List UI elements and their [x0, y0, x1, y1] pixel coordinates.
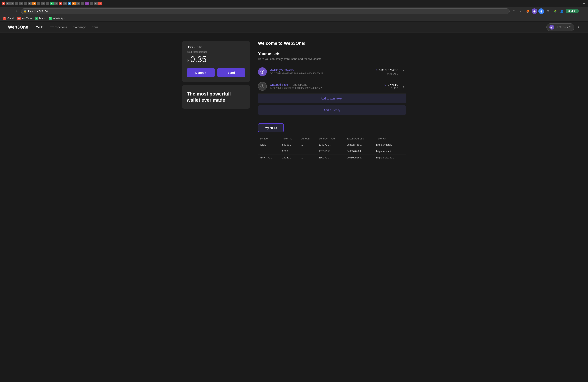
nft-token-address-0: 0xbe274599... [345, 142, 375, 148]
balance-value: 0.35 [190, 55, 207, 64]
tab-favicon-10[interactable]: ○ [41, 2, 45, 5]
nft-amount-1: 1 [300, 148, 318, 154]
bookmark-youtube-label: YouTube [21, 17, 32, 20]
balance-amount: $ 0.35 [187, 55, 245, 64]
my-nfts-tab[interactable]: My NFTs [258, 123, 284, 132]
tab-favicon-4[interactable]: ○ [15, 2, 18, 5]
matic-sync-icon[interactable]: ↻ [375, 69, 378, 72]
matic-balance-crypto: ↻ 0.39678 MATIC [375, 69, 399, 72]
extension-puzzle-icon[interactable]: 🧩 [552, 8, 558, 14]
tab-favicon-5[interactable]: ○ [19, 2, 23, 5]
nft-amount-2: 1 [300, 154, 318, 161]
tab-favicon-17[interactable]: ● [72, 2, 76, 5]
nft-token-uri-0: https://nftstor... [375, 142, 406, 148]
tab-favicon-14[interactable]: ● [59, 2, 63, 5]
nft-token-id-1: 2698... [281, 148, 300, 154]
tab-favicon-13[interactable]: ○ [54, 2, 58, 5]
bookmark-icon[interactable]: ☆ [518, 8, 524, 14]
matic-address: 0x7f27f070e8c67698fc808404ee6b926440876c… [270, 72, 375, 75]
nav-exchange[interactable]: Exchange [73, 25, 86, 29]
tab-favicon-15[interactable]: ○ [63, 2, 67, 5]
tab-favicon-8[interactable]: ● [32, 2, 36, 5]
usd-button[interactable]: USD [187, 46, 193, 49]
wbtc-token-type: ERC20MATIC [293, 83, 307, 86]
wbtc-balance: ↻ 0 WBTC 0 USD [384, 83, 399, 90]
tab-favicon-12[interactable]: ● [50, 2, 54, 5]
tab-favicon-11[interactable]: ○ [46, 2, 49, 5]
nft-section: My NFTs Symbol Token-Id Amount contract-… [258, 123, 406, 161]
nav-transactions[interactable]: Transactions [50, 25, 67, 29]
extension-blue-icon[interactable]: ◉ [538, 8, 544, 14]
address-bar[interactable]: 🔒 [21, 8, 510, 14]
asset-row-matic: MATIC (MetaMask) 0x7f27f070e8c67698fc808… [258, 65, 406, 79]
address-input[interactable] [28, 10, 507, 13]
tab-favicon-22[interactable]: ○ [94, 2, 98, 5]
wbtc-menu-icon[interactable]: ⋮ [401, 83, 406, 89]
extension-shield-icon[interactable]: 🛡 [545, 8, 551, 14]
add-currency-button[interactable]: Add currency [258, 105, 406, 115]
app-logo: Web3One [8, 25, 28, 30]
wbtc-address: 0x7f27f070e8c67698fc808404ee6b926440876c… [270, 87, 384, 90]
theme-toggle-icon[interactable]: ☀ [577, 25, 580, 29]
matic-name[interactable]: MATIC (MetaMask) [270, 69, 375, 72]
wallet-address-button[interactable]: 0x7f27···6c28 [546, 23, 574, 31]
tab-favicon-19[interactable]: ○ [81, 2, 84, 5]
matic-menu-icon[interactable]: ⋮ [401, 69, 406, 75]
tab-favicon-3[interactable]: ○ [10, 2, 14, 5]
tab-favicon-6[interactable]: ○ [24, 2, 27, 5]
app-nav: Web3One Wallet Transactions Exchange Ear… [0, 21, 588, 33]
tab-favicon-1[interactable]: ● [1, 2, 5, 5]
profile-icon[interactable]: 👤 [559, 8, 564, 14]
btc-button[interactable]: BTC [197, 46, 202, 49]
tab-favicon-20[interactable]: ● [85, 2, 89, 5]
main-content: USD / BTC Your total balance $ 0.35 Depo… [174, 33, 414, 169]
reload-button[interactable]: ↻ [15, 8, 20, 14]
forward-button[interactable]: → [9, 9, 14, 14]
new-tab-button[interactable]: + [581, 1, 587, 6]
tab-favicon-2[interactable]: ○ [6, 2, 10, 5]
tab-favicon-16[interactable]: ● [68, 2, 71, 5]
assets-subtitle: Here you can safely store, send and rece… [258, 57, 406, 60]
tab-favicon-21[interactable]: ○ [90, 2, 93, 5]
share-icon[interactable]: ⬆ [511, 8, 517, 14]
wbtc-balance-usd: 0 USD [384, 87, 399, 90]
nft-contract-type-0: ERC721... [317, 142, 345, 148]
nav-earn[interactable]: Earn [92, 25, 98, 29]
dollar-sign: $ [187, 58, 189, 63]
tab-bar: ● ○ ○ ○ ○ ○ ○ ● ○ ○ ○ ● ○ ● ○ ● ● ○ ○ ● … [0, 0, 588, 7]
tab-favicon-9[interactable]: ○ [37, 2, 41, 5]
bookmark-gmail[interactable]: G Gmail [3, 17, 14, 20]
wbtc-balance-crypto: ↻ 0 WBTC [384, 83, 399, 86]
tab-favicon-7[interactable]: ○ [28, 2, 32, 5]
lock-icon: 🔒 [24, 10, 27, 13]
nft-table-row: MNFT-721 24242... 1 ERC721... 0x03e05569… [258, 154, 406, 161]
tab-favicon-18[interactable]: ○ [76, 2, 80, 5]
update-button[interactable]: Update [566, 9, 579, 13]
nav-wallet[interactable]: Wallet [36, 25, 44, 29]
assets-title: Your assets [258, 52, 406, 56]
bookmark-whatsapp[interactable]: W WhatsApp [49, 17, 65, 20]
nft-token-address-1: 0x60576a64... [345, 148, 375, 154]
nft-token-id-2: 24242... [281, 154, 300, 161]
bookmark-maps[interactable]: M Maps [35, 17, 46, 20]
extension-fox-icon[interactable]: 🦊 [525, 8, 530, 14]
nav-links: Wallet Transactions Exchange Earn [36, 25, 540, 29]
nft-contract-type-1: ERC1155... [317, 148, 345, 154]
wallet-addr-icon [549, 25, 554, 30]
send-button[interactable]: Send [217, 68, 245, 77]
wbtc-icon: ₿ [258, 82, 267, 91]
tab-favicon-x[interactable]: × [98, 2, 102, 5]
back-button[interactable]: ← [2, 9, 7, 14]
tagline-text: The most powerfull wallet ever made [187, 91, 245, 103]
nft-contract-type-2: ERC721... [317, 154, 345, 161]
add-custom-token-button[interactable]: Add custom token [258, 94, 406, 103]
wbtc-sync-icon[interactable]: ↻ [384, 83, 387, 86]
deposit-button[interactable]: Deposit [187, 68, 215, 77]
balance-label: Your total balance [187, 50, 245, 53]
matic-info: MATIC (MetaMask) 0x7f27f070e8c67698fc808… [270, 69, 375, 75]
menu-icon[interactable]: ⋮ [580, 8, 586, 14]
extension-purple-icon[interactable]: ◈ [532, 8, 537, 14]
nft-col-token-id: Token-Id [281, 135, 300, 142]
wbtc-name[interactable]: Wrapped Bitcoin ERC20MATIC [270, 83, 384, 86]
bookmark-youtube[interactable]: ▶ YouTube [17, 17, 32, 20]
